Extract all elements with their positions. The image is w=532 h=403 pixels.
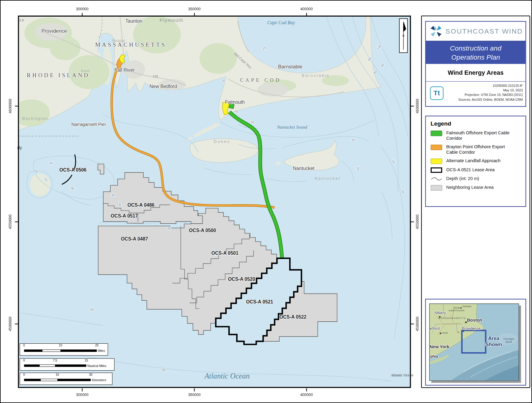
- outline-swatch-icon: [431, 167, 442, 173]
- depth-label: 40: [111, 193, 115, 197]
- lease-label-0521: OCS-A 0521: [246, 299, 273, 305]
- scalebar-num: 15: [56, 373, 59, 376]
- lease-label-0501: OCS-A 0501: [211, 251, 238, 256]
- axis-label-y: 4550000: [415, 215, 419, 229]
- scalebar-num: 0: [23, 344, 25, 347]
- depth-label: 80: [162, 368, 166, 372]
- inset-label-concord: Concord: [462, 305, 471, 307]
- inset-label-conn: CONN.: [440, 332, 449, 334]
- axis-tick: [82, 13, 83, 16]
- depth-label: 60: [90, 307, 94, 312]
- legend-label: Falmouth Offshore Export Cable Corridor: [446, 130, 511, 141]
- wavy-line-icon: [431, 176, 442, 182]
- depth-label: 20: [250, 120, 255, 124]
- lease-label-0500: OCS-A 0500: [189, 228, 216, 233]
- lease-label-0506: OCS-A 0506: [60, 167, 87, 172]
- legend-box: Legend Falmouth Offshore Export Cable Co…: [425, 116, 526, 207]
- map-sheet: N 3 ft Providence Taunton Plymouth MASSA…: [0, 0, 532, 403]
- scalebar-num: 30: [89, 373, 92, 376]
- lease-label-0520: OCS-A 0520: [228, 276, 255, 282]
- axis-tick: [194, 388, 195, 391]
- axis-label-y: 4550000: [8, 215, 12, 229]
- map-label-i195: 195: [153, 74, 158, 78]
- legend-label: Neighboring Lease Area: [446, 185, 494, 190]
- legend-item-falmouth-corridor: Falmouth Offshore Export Cable Corridor: [431, 130, 522, 141]
- inset-label-area-shown-2: Shown: [485, 341, 502, 347]
- inset-locator-box: Albany NEW HAMPSHIRE Concord MASSACHUSET…: [425, 299, 526, 386]
- plan-banner: Construction and Operations Plan: [426, 41, 526, 64]
- legend-item-depth: Depth (int: 20 m): [431, 176, 522, 182]
- scalebar-num: 0: [23, 359, 25, 362]
- map-label-washington: Washington: [22, 116, 48, 121]
- depth-label: 20: [221, 79, 226, 83]
- map-label-cape-cod: CAPE COD: [240, 77, 281, 83]
- depth-label: 20: [401, 190, 405, 194]
- inset-label-new-york: New York: [430, 344, 449, 349]
- legend-label: Alternate Landfall Approach: [446, 158, 501, 164]
- axis-label-y: 4500000: [8, 317, 12, 331]
- banner-line1: Construction and: [426, 44, 526, 53]
- map-label-rhode-island: RHODE ISLAND: [27, 72, 90, 79]
- elizabeth-islands: [193, 123, 220, 138]
- axis-label-x: 350000: [188, 7, 200, 11]
- axis-tick: [411, 221, 414, 222]
- map-label-bristol: Bristol: [112, 39, 125, 43]
- legend-item-0521-lease: OCS-A 0521 Lease Area: [431, 167, 522, 173]
- map-label-westerly: rly: [17, 145, 22, 150]
- scalebar-num: 15: [85, 359, 88, 362]
- lease-label-0522: OCS-A 0522: [279, 314, 307, 319]
- map-label-barnstable-county: Barnstable: [302, 74, 330, 78]
- map-label-3ft: 3 ft: [19, 18, 24, 22]
- scalebar-unit: Kilometers: [92, 378, 106, 382]
- axis-tick: [411, 106, 414, 106]
- depth-label: 40: [167, 226, 171, 231]
- axis-label-x: 300000: [76, 393, 88, 397]
- orange-swatch-icon: [431, 145, 442, 150]
- axis-tick: [15, 221, 18, 222]
- inset-label-philadelphia: phia: [430, 354, 438, 359]
- green-swatch-icon: [431, 131, 442, 136]
- inset-label-hartford: Hartford: [429, 326, 440, 331]
- inset-label-new-hampshire: NEW HAMPSHIRE: [449, 306, 465, 312]
- map-label-barnstable: Barnstable: [278, 64, 303, 69]
- axis-tick: [306, 13, 307, 16]
- map-label-cape-cod-bay: Cape Cod Bay: [266, 20, 296, 25]
- legend-label: OCS-A 0521 Lease Area: [446, 167, 495, 172]
- axis-tick: [82, 388, 83, 391]
- map-label-new-bedford: New Bedford: [150, 84, 177, 89]
- legend-label: Depth (int: 20 m): [446, 176, 479, 181]
- inset-map: Albany NEW HAMPSHIRE Concord MASSACHUSET…: [429, 303, 519, 381]
- scalebar-kilometers: 01530 Kilometers: [20, 373, 112, 385]
- legend-title: Legend: [431, 120, 526, 127]
- scalebar-num: 10: [59, 344, 62, 347]
- yellow-swatch-icon: [431, 159, 442, 164]
- axis-tick: [15, 106, 18, 106]
- legend-item-brayton-corridor: Brayton Point Offshore Export Cable Corr…: [431, 144, 522, 155]
- map-label-kent: Kent: [81, 69, 90, 73]
- scalebar-num: 0: [23, 373, 25, 376]
- legend-item-neighboring-lease: Neighboring Lease Area: [431, 185, 522, 191]
- inset-label-ri: R.: [457, 331, 460, 333]
- inset-label-area-shown-1: Area: [488, 335, 500, 341]
- inset-label-providence: Providence: [462, 326, 481, 331]
- map-title: Wind Energy Areas: [426, 64, 526, 82]
- legend-label: Brayton Point Offshore Export Cable Corr…: [446, 144, 514, 155]
- map-label-plymouth: Plymouth: [160, 18, 183, 23]
- map-label-providence: Providence: [41, 28, 67, 34]
- axis-label-y: 4500000: [415, 317, 419, 331]
- axis-tick: [194, 13, 195, 16]
- banner-line2: Operations Plan: [426, 53, 526, 61]
- svg-text:N: N: [402, 34, 404, 37]
- small-lease-fragment: [98, 164, 104, 174]
- lease-label-0486: OCS-A 0486: [127, 202, 154, 208]
- map-label-nantucket: Nantucket: [293, 166, 314, 171]
- title-panel: SOUTHCOAST WIND Construction and Operati…: [421, 16, 530, 388]
- inset-label-albany: Albany: [434, 311, 446, 315]
- axis-label-y: 4600000: [8, 99, 12, 113]
- gray-swatch-icon: [431, 185, 442, 191]
- inset-label-georges-bank: Georges Bank: [502, 337, 516, 343]
- tetra-tech-logo-icon: Tt: [430, 87, 443, 100]
- scalebar-num: 7.5: [53, 359, 57, 362]
- doc-number: 10205905-210125-IF: [458, 83, 523, 88]
- map-date: May 10, 2023: [458, 88, 523, 93]
